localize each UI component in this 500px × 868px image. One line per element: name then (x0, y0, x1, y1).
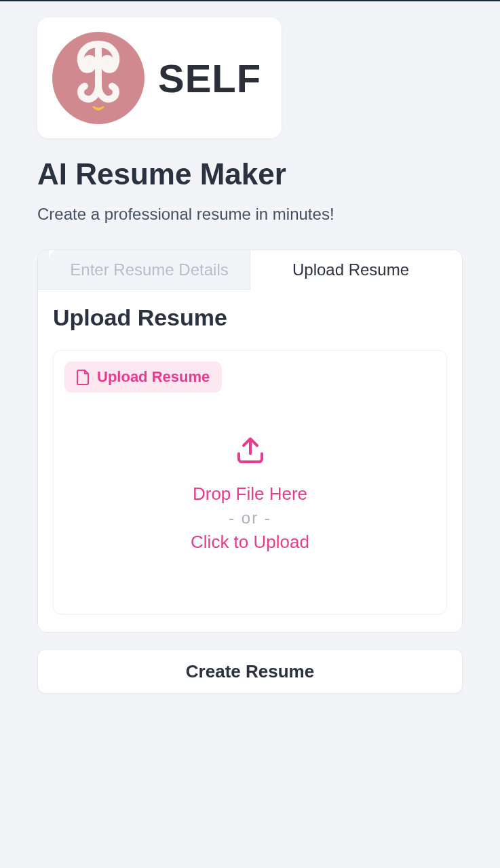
upload-pill-label: Upload Resume (97, 368, 210, 386)
page-subtitle: Create a professional resume in minutes! (37, 205, 463, 224)
brand-name: SELF (158, 56, 261, 101)
tab-enter-details[interactable]: Enter Resume Details (49, 250, 250, 290)
tab-upload-resume[interactable]: Upload Resume (250, 250, 451, 290)
upload-heading: Upload Resume (53, 304, 447, 331)
upload-card: Upload Resume Drop File Here - or - Clic… (53, 350, 447, 614)
file-drop-area[interactable]: Drop File Here - or - Click to Upload (64, 433, 436, 553)
drop-file-text: Drop File Here (193, 484, 307, 505)
click-upload-text: Click to Upload (191, 532, 309, 553)
tabs-container: Enter Resume Details Upload Resume Uploa… (37, 250, 463, 633)
file-icon (77, 369, 90, 385)
page-title: AI Resume Maker (37, 157, 463, 191)
tab-content: Upload Resume Upload Resume (38, 290, 462, 632)
create-resume-button[interactable]: Create Resume (37, 649, 463, 694)
or-text: - or - (229, 509, 271, 528)
tabs-spacer (451, 250, 462, 290)
upload-pill: Upload Resume (64, 361, 222, 393)
brand-logo-icon (52, 32, 145, 124)
brand-logo-card: SELF (37, 18, 282, 138)
tabs-spacer (38, 250, 49, 290)
tabs-header: Enter Resume Details Upload Resume (38, 250, 462, 290)
upload-icon (235, 433, 266, 467)
